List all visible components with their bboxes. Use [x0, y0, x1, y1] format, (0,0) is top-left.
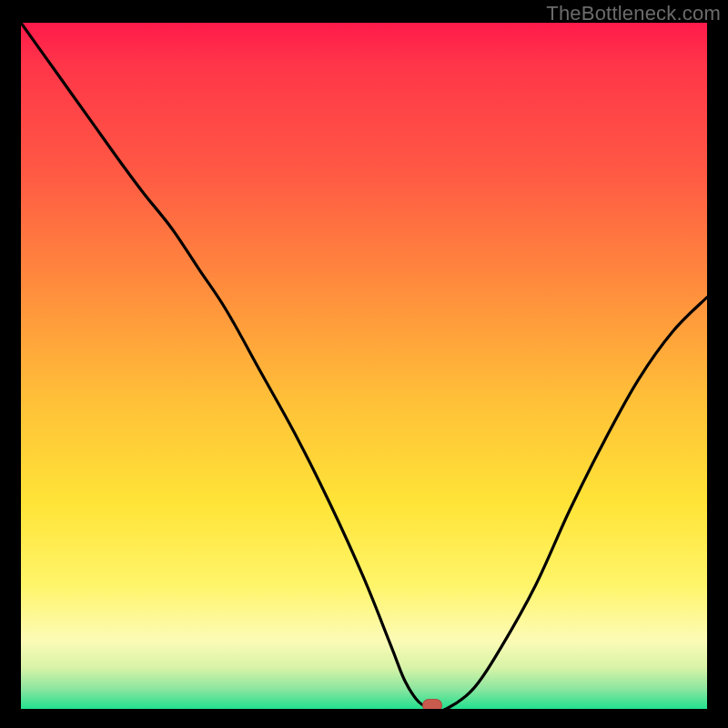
watermark-text: TheBottleneck.com [546, 2, 721, 25]
chart-frame: TheBottleneck.com [0, 0, 728, 728]
bottleneck-curve [21, 23, 707, 709]
plot-area [21, 23, 707, 709]
minimum-marker [422, 699, 442, 709]
curve-path [21, 23, 707, 709]
